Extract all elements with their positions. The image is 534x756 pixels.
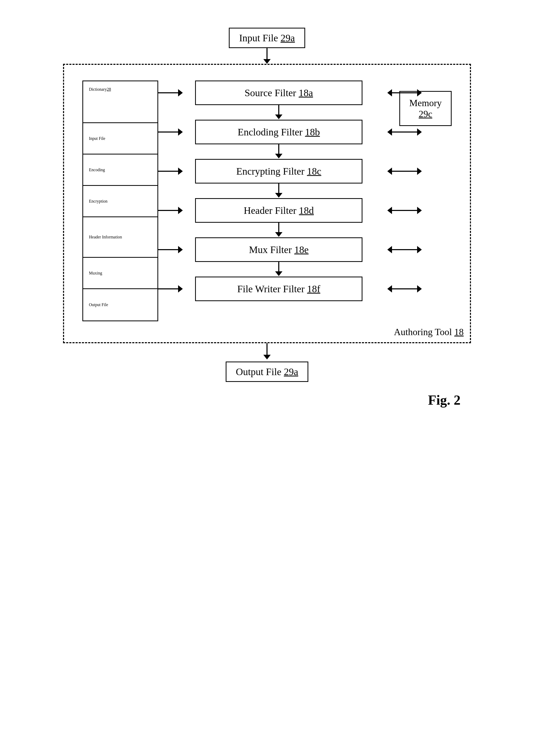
source-filter-row: Source Filter 18a [169,81,389,105]
mux-filter-left-arrow [158,249,179,250]
left-panel-input-file: Input File [83,123,157,154]
encrypting-filter-right-arrow [391,171,418,172]
dictionary-header: Dictionary 28 [83,81,157,123]
input-file-box: Input File 29a [229,28,305,48]
mux-filter-right-arrow [391,249,418,250]
mux-filter-box: Mux Filter 18e [195,237,362,262]
source-filter-right-arrow [391,92,418,93]
header-filter-box: Header Filter 18d [195,198,362,223]
file-writer-filter-left-arrow [158,288,179,289]
encoding-filter-box: Encloding Filter 18b [195,120,362,144]
left-panel-encoding: Encoding [83,154,157,186]
arrow-4 [278,223,279,237]
left-panel: Dictionary 28 Input File Encoding Encryp… [82,81,158,321]
input-file-label: Input File [239,32,280,43]
output-file-box: Output File 29a [226,362,309,382]
arrow-2 [278,144,279,159]
mux-filter-row: Mux Filter 18e [169,237,389,262]
encoding-filter-left-arrow [158,131,179,133]
file-writer-filter-right-arrow [391,288,418,289]
file-writer-filter-row: File Writer Filter 18f [169,277,389,301]
encoding-filter-row: Encloding Filter 18b [169,120,389,144]
arrow-1 [278,105,279,120]
memory-box: Memory 29c [399,91,452,126]
file-writer-filter-box: File Writer Filter 18f [195,277,362,301]
header-filter-row: Header Filter 18d [169,198,389,223]
output-file-ref: 29a [284,366,298,377]
header-filter-left-arrow [158,210,179,211]
fig-label: Fig. 2 [428,392,461,408]
encoding-filter-right-arrow [391,131,418,133]
encrypting-filter-box: Encrypting Filter 18c [195,159,362,183]
output-file-label: Output File [236,366,284,377]
left-panel-encryption: Encryption [83,186,157,217]
memory-panel: Memory 29c [399,81,452,126]
filters-column: Source Filter 18a [158,81,399,301]
left-panel-header-info: Header Information [83,217,157,258]
source-filter-left-arrow [158,92,179,93]
arrow-5 [278,262,279,277]
left-panel-output-file: Output File [83,289,157,320]
source-filter-box: Source Filter 18a [195,81,362,105]
encrypting-filter-left-arrow [158,171,179,172]
header-filter-right-arrow [391,210,418,211]
arrow-3 [278,183,279,198]
left-panel-muxing: Muxing [83,258,157,289]
input-file-ref: 29a [281,32,295,43]
encrypting-filter-row: Encrypting Filter 18c [169,159,389,183]
authoring-tool-label: Authoring Tool 18 [394,327,464,338]
